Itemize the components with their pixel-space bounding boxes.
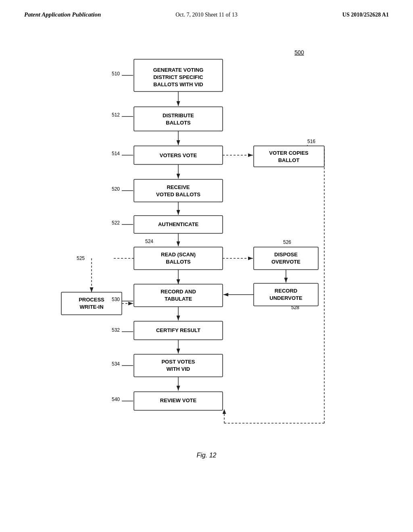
ref-510: 510 xyxy=(112,71,120,77)
node-525-text: PROCESS xyxy=(79,297,104,303)
node-526-text2: OVERVOTE xyxy=(271,259,300,265)
node-528-text: RECORD xyxy=(275,288,297,294)
ref-514: 514 xyxy=(112,151,120,156)
ref-524: 524 xyxy=(145,239,153,244)
node-525-text2: WRITE-IN xyxy=(79,304,103,310)
node-534 xyxy=(134,354,223,377)
node-520-text: RECEIVE xyxy=(167,184,190,190)
node-534-text2: WITH VID xyxy=(167,366,190,372)
ref-516: 516 xyxy=(307,139,315,144)
header-patent-number: US 2010/252628 A1 xyxy=(267,12,389,18)
node-522-text: AUTHENTICATE xyxy=(158,221,198,227)
node-526 xyxy=(254,247,318,270)
header: Patent Application Publication Oct. 7, 2… xyxy=(0,0,413,18)
node-530-text2: TABULATE xyxy=(165,296,192,302)
node-516-text: VOTER COPIES xyxy=(269,150,309,156)
ref-532: 532 xyxy=(112,327,120,333)
header-publication-label: Patent Application Publication xyxy=(24,11,146,18)
node-512-text2: BALLOTS xyxy=(166,120,191,126)
node-526-text: DISPOSE xyxy=(274,251,298,258)
node-534-text: POST VOTES xyxy=(161,359,195,365)
node-524 xyxy=(134,247,223,270)
node-510-text3: BALLOTS WITH VID xyxy=(153,81,203,87)
node-530 xyxy=(134,284,223,307)
node-530-text: RECORD AND xyxy=(161,289,196,295)
node-525 xyxy=(61,292,122,315)
node-540-text: REVIEW VOTE xyxy=(160,397,197,403)
node-512-text: DISTRIBUTE xyxy=(163,112,194,118)
node-510-text: GENERATE VOTING xyxy=(153,67,204,73)
node-524-text: READ (SCAN) xyxy=(161,251,196,258)
ref-540: 540 xyxy=(112,397,120,402)
page: Patent Application Publication Oct. 7, 2… xyxy=(0,0,413,532)
ref-520: 520 xyxy=(112,186,120,192)
node-528-text2: UNDERVOTE xyxy=(269,295,302,301)
ref-526: 526 xyxy=(283,239,291,245)
node-512 xyxy=(134,107,223,131)
ref-530: 530 xyxy=(112,297,120,302)
node-532-text: CERTIFY RESULT xyxy=(156,327,200,333)
flowchart-svg: .box-text { font-family: Arial, Helvetic… xyxy=(33,30,380,474)
node-514-text: VOTERS VOTE xyxy=(160,152,197,158)
node-516-text2: BALLOT xyxy=(278,157,300,163)
ref-522: 522 xyxy=(112,220,120,226)
node-524-text2: BALLOTS xyxy=(166,259,191,265)
header-date-sheet: Oct. 7, 2010 Sheet 11 of 13 xyxy=(146,12,267,18)
node-528 xyxy=(254,283,318,306)
node-520-text2: VOTED BALLOTS xyxy=(156,191,200,197)
ref-525-label: 525 xyxy=(77,256,85,261)
node-510-text2: DISTRICT SPECIFIC xyxy=(153,74,203,80)
ref-512: 512 xyxy=(112,112,120,118)
diagram-number-label: 500 xyxy=(294,49,304,56)
ref-534: 534 xyxy=(112,361,120,367)
figure-caption: Fig. 12 xyxy=(197,452,217,459)
diagram-area: .box-text { font-family: Arial, Helvetic… xyxy=(0,30,413,474)
node-516 xyxy=(254,146,324,167)
node-520 xyxy=(134,179,223,202)
